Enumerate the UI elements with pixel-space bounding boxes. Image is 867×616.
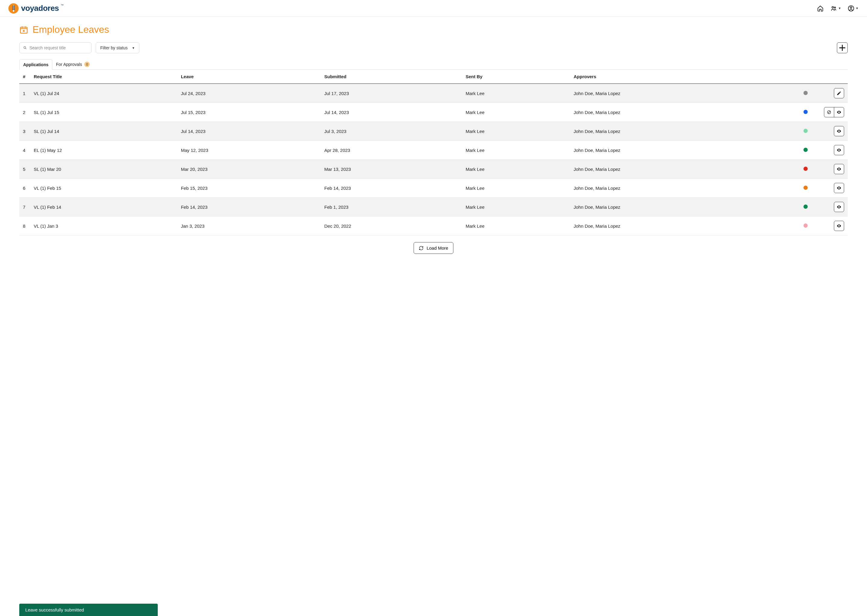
svg-point-5	[832, 6, 834, 8]
approvers: John Doe, Maria Lopez	[570, 83, 793, 103]
table-row: 7VL (1) Feb 14Feb 14, 2023Feb 1, 2023Mar…	[19, 198, 848, 217]
actions-cell	[818, 83, 848, 103]
leaves-table: #Request TitleLeaveSubmittedSent ByAppro…	[19, 70, 848, 236]
submitted-date: Jul 17, 2023	[321, 83, 462, 103]
calendar-x-icon	[19, 25, 28, 34]
view-button[interactable]	[834, 107, 844, 117]
search-input-wrap[interactable]	[19, 42, 91, 53]
approvers: John Doe, Maria Lopez	[570, 141, 793, 160]
view-button[interactable]	[834, 145, 844, 155]
chevron-down-icon: ▼	[132, 46, 135, 50]
sent-by: Mark Lee	[462, 141, 570, 160]
leave-date: Jul 24, 2023	[177, 83, 321, 103]
status-dot-icon	[804, 110, 808, 114]
approvers: John Doe, Maria Lopez	[570, 103, 793, 122]
user-menu[interactable]: ▼	[848, 5, 859, 12]
topbar-right: ▼ ▼	[817, 5, 859, 12]
svg-point-17	[839, 207, 840, 207]
edit-button[interactable]	[834, 88, 844, 98]
svg-point-15	[839, 169, 840, 170]
view-button[interactable]	[834, 221, 844, 231]
view-button[interactable]	[834, 126, 844, 136]
tab-applications[interactable]: Applications	[19, 59, 52, 70]
status-dot-icon	[804, 185, 808, 190]
actions-cell	[818, 217, 848, 236]
request-title: EL (1) May 12	[30, 141, 177, 160]
status-cell	[793, 83, 818, 103]
column-header: Sent By	[462, 70, 570, 83]
leave-date: Feb 14, 2023	[177, 198, 321, 217]
home-icon[interactable]	[817, 5, 824, 12]
column-header: #	[19, 70, 30, 83]
search-input[interactable]	[30, 46, 88, 50]
tab-for-approvals[interactable]: For Approvals0	[52, 59, 93, 69]
sent-by: Mark Lee	[462, 122, 570, 141]
status-cell	[793, 217, 818, 236]
leave-date: May 12, 2023	[177, 141, 321, 160]
row-number: 4	[19, 141, 30, 160]
edit-icon	[837, 91, 842, 96]
svg-point-6	[834, 7, 836, 8]
request-title: SL (1) Mar 20	[30, 160, 177, 179]
table-row: 6VL (1) Feb 15Feb 15, 2023Feb 14, 2023Ma…	[19, 179, 848, 198]
status-cell	[793, 122, 818, 141]
actions-cell	[818, 179, 848, 198]
row-number: 1	[19, 83, 30, 103]
row-number: 2	[19, 103, 30, 122]
sent-by: Mark Lee	[462, 103, 570, 122]
table-row: 2SL (1) Jul 15Jul 15, 2023Jul 14, 2023Ma…	[19, 103, 848, 122]
chevron-down-icon: ▼	[856, 6, 859, 10]
svg-rect-4	[13, 9, 15, 10]
filter-label: Filter by status	[100, 46, 128, 50]
status-cell	[793, 103, 818, 122]
request-title: SL (1) Jul 14	[30, 122, 177, 141]
approvers: John Doe, Maria Lopez	[570, 122, 793, 141]
view-button[interactable]	[834, 183, 844, 193]
leave-date: Jan 3, 2023	[177, 217, 321, 236]
leave-date: Jul 14, 2023	[177, 122, 321, 141]
view-button[interactable]	[834, 164, 844, 174]
approvers: John Doe, Maria Lopez	[570, 198, 793, 217]
status-dot-icon	[804, 148, 808, 152]
plus-icon	[837, 43, 847, 53]
sent-by: Mark Lee	[462, 198, 570, 217]
load-more-button[interactable]: Load More	[414, 242, 453, 254]
request-title: VL (1) Feb 14	[30, 198, 177, 217]
add-button[interactable]	[837, 42, 848, 53]
filter-status-dropdown[interactable]: Filter by status ▼	[96, 42, 139, 53]
svg-point-8	[850, 6, 852, 8]
cancel-button[interactable]	[824, 107, 834, 117]
view-icon	[837, 223, 842, 228]
table-row: 8VL (1) Jan 3Jan 3, 2023Dec 20, 2022Mark…	[19, 217, 848, 236]
view-button[interactable]	[834, 202, 844, 212]
brand[interactable]: voyadores ™	[8, 3, 65, 14]
status-dot-icon	[804, 223, 808, 228]
cancel-icon	[827, 110, 831, 115]
page-title: Employee Leaves	[19, 24, 848, 35]
row-number: 8	[19, 217, 30, 236]
chevron-down-icon: ▼	[838, 6, 841, 10]
sent-by: Mark Lee	[462, 217, 570, 236]
column-header: Submitted	[321, 70, 462, 83]
sent-by: Mark Lee	[462, 179, 570, 198]
submitted-date: Jul 3, 2023	[321, 122, 462, 141]
row-number: 3	[19, 122, 30, 141]
submitted-date: Dec 20, 2022	[321, 217, 462, 236]
svg-point-14	[839, 150, 840, 151]
approvers: John Doe, Maria Lopez	[570, 217, 793, 236]
sent-by: Mark Lee	[462, 160, 570, 179]
row-number: 7	[19, 198, 30, 217]
brand-logo-icon	[8, 3, 19, 14]
svg-rect-1	[13, 6, 15, 6]
approvers: John Doe, Maria Lopez	[570, 179, 793, 198]
svg-point-16	[839, 188, 840, 189]
row-number: 5	[19, 160, 30, 179]
svg-point-13	[839, 131, 840, 132]
actions-cell	[818, 103, 848, 122]
sent-by: Mark Lee	[462, 83, 570, 103]
tab-badge: 0	[84, 62, 90, 67]
tab-label: Applications	[23, 62, 49, 67]
team-menu[interactable]: ▼	[830, 5, 841, 12]
status-cell	[793, 179, 818, 198]
svg-rect-3	[13, 8, 15, 9]
